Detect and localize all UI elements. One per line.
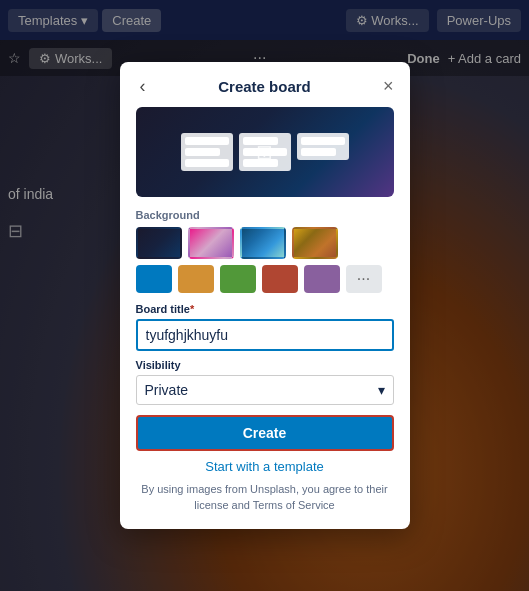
board-title-label: Board title*: [136, 303, 394, 315]
preview-card: [185, 137, 229, 145]
more-colors-button[interactable]: ···: [346, 265, 382, 293]
board-preview: ⊞: [136, 107, 394, 197]
color-swatches: ···: [136, 265, 394, 293]
chevron-down-icon: ▾: [378, 382, 385, 398]
preview-card: [185, 148, 220, 156]
board-title-input[interactable]: [136, 319, 394, 351]
preview-card: [301, 148, 336, 156]
modal-back-button[interactable]: ‹: [136, 76, 150, 97]
preview-column-1: [181, 133, 233, 171]
visibility-label: Visibility: [136, 359, 394, 371]
preview-card: [185, 159, 229, 167]
background-section: Background ···: [136, 209, 394, 293]
color-swatch-purple[interactable]: [304, 265, 340, 293]
modal-header: ‹ Create board ×: [136, 78, 394, 95]
required-star: *: [190, 303, 194, 315]
board-title-section: Board title*: [136, 303, 394, 351]
create-board-button[interactable]: Create: [136, 415, 394, 451]
preview-background: ⊞: [136, 107, 394, 197]
background-swatches: [136, 227, 394, 259]
bg-swatch-dark[interactable]: [136, 227, 182, 259]
background-label: Background: [136, 209, 394, 221]
color-swatch-green[interactable]: [220, 265, 256, 293]
visibility-section: Visibility Private ▾: [136, 359, 394, 405]
modal-overlay: ‹ Create board ×: [0, 0, 529, 591]
visibility-select[interactable]: Private ▾: [136, 375, 394, 405]
create-board-modal: ‹ Create board ×: [120, 62, 410, 529]
color-swatch-red[interactable]: [262, 265, 298, 293]
preview-column-3: [297, 133, 349, 160]
preview-card: [301, 137, 345, 145]
close-icon: ×: [383, 76, 394, 96]
visibility-value: Private: [145, 382, 189, 398]
footer-note: By using images from Unsplash, you agree…: [136, 482, 394, 513]
bg-swatch-desert[interactable]: [292, 227, 338, 259]
color-swatch-blue[interactable]: [136, 265, 172, 293]
back-icon: ‹: [140, 76, 146, 96]
modal-title: Create board: [218, 78, 311, 95]
color-swatch-orange[interactable]: [178, 265, 214, 293]
modal-close-button[interactable]: ×: [383, 76, 394, 97]
bg-swatch-pink[interactable]: [188, 227, 234, 259]
start-with-template-link[interactable]: Start with a template: [136, 459, 394, 474]
trello-logo: ⊞: [256, 140, 273, 164]
bg-swatch-teal[interactable]: [240, 227, 286, 259]
